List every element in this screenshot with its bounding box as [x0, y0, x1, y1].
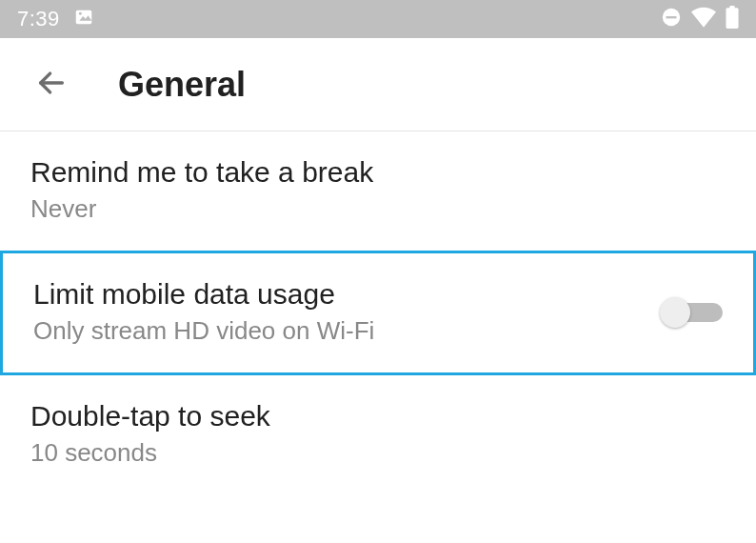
row-double-tap-seek[interactable]: Double-tap to seek 10 seconds [0, 375, 756, 494]
status-right [661, 6, 739, 32]
back-button[interactable] [30, 64, 72, 106]
battery-icon [726, 6, 739, 32]
svg-rect-5 [729, 6, 734, 9]
switch-thumb [660, 297, 690, 328]
svg-rect-3 [666, 16, 677, 18]
svg-rect-4 [726, 8, 738, 29]
row-subtitle: Never [30, 194, 726, 224]
row-title: Double-tap to seek [30, 400, 726, 432]
row-subtitle: Only stream HD video on Wi-Fi [33, 316, 660, 346]
row-title: Limit mobile data usage [33, 278, 660, 311]
dnd-icon [661, 7, 682, 31]
row-subtitle: 10 seconds [30, 438, 726, 468]
status-time: 7:39 [17, 7, 60, 31]
toggle-limit-mobile-data[interactable] [660, 297, 723, 328]
app-bar: General [0, 38, 756, 131]
arrow-left-icon [35, 67, 68, 103]
page-title: General [118, 65, 246, 105]
settings-list: Remind me to take a break Never Limit mo… [0, 131, 756, 494]
svg-point-1 [79, 12, 82, 15]
status-bar: 7:39 [0, 0, 756, 38]
status-left: 7:39 [17, 7, 94, 31]
picture-icon [73, 7, 94, 31]
row-remind-break[interactable]: Remind me to take a break Never [0, 131, 756, 251]
row-limit-mobile-data[interactable]: Limit mobile data usage Only stream HD v… [0, 251, 756, 375]
wifi-icon [691, 7, 716, 31]
row-title: Remind me to take a break [30, 156, 726, 189]
